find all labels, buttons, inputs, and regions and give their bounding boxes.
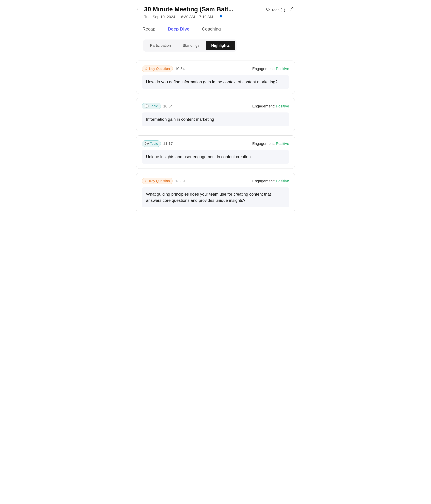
key-question-icon-1: ⏱ (145, 67, 148, 71)
card-content-1: How do you define information gain in th… (142, 75, 289, 89)
tab-recap[interactable]: Recap (136, 23, 162, 35)
timestamp-4: 13:39 (175, 179, 185, 183)
page-header: ← 30 Minute Meeting (Sam Balt... Tue, Se… (129, 0, 302, 23)
engagement-value-3: Positive (276, 141, 289, 146)
card-content-2: Information gain in content marketing (142, 112, 289, 126)
engagement-value-1: Positive (276, 67, 289, 71)
engagement-value-4: Positive (276, 179, 289, 183)
sub-tabs: Participation Standings Highlights (143, 39, 237, 52)
meeting-date: Tue, Sep 10, 2024 (144, 15, 175, 19)
card-header-left-3: 💬 Topic 11:17 (142, 140, 173, 147)
meeting-meta: Tue, Sep 10, 2024 | 6:30 AM – 7:19 AM | (144, 14, 233, 20)
google-meet-icon (219, 14, 224, 20)
engagement-3: Engagement: Positive (252, 141, 289, 146)
badge-topic-2: 💬 Topic (142, 103, 161, 109)
back-button[interactable]: ← (136, 6, 141, 12)
main-tabs: Recap Deep Dive Coaching (129, 23, 302, 35)
svg-point-3 (291, 8, 293, 9)
card-header-left-2: 💬 Topic 10:54 (142, 103, 173, 109)
card-content-3: Unique insights and user engagement in c… (142, 150, 289, 164)
person-icon[interactable] (290, 7, 295, 13)
card-header-left-1: ⏱ Key Question 10:54 (142, 65, 185, 72)
sub-tab-highlights[interactable]: Highlights (206, 41, 235, 50)
engagement-2: Engagement: Positive (252, 104, 289, 108)
highlight-card-2: 💬 Topic 10:54 Engagement: Positive Infor… (136, 98, 295, 131)
card-header-2: 💬 Topic 10:54 Engagement: Positive (142, 103, 289, 109)
engagement-1: Engagement: Positive (252, 67, 289, 71)
key-question-icon-4: ⏱ (145, 179, 148, 183)
badge-topic-3: 💬 Topic (142, 140, 161, 147)
highlight-card-1: ⏱ Key Question 10:54 Engagement: Positiv… (136, 61, 295, 94)
engagement-4: Engagement: Positive (252, 179, 289, 183)
badge-key-question-4: ⏱ Key Question (142, 178, 173, 184)
tag-icon (266, 7, 270, 13)
svg-rect-1 (220, 15, 222, 18)
header-left: ← 30 Minute Meeting (Sam Balt... Tue, Se… (136, 6, 233, 20)
sub-tab-standings[interactable]: Standings (177, 41, 205, 50)
meeting-time: 6:30 AM – 7:19 AM (181, 15, 213, 19)
topic-icon-2: 💬 (145, 104, 149, 108)
meta-separator-2: | (216, 15, 217, 19)
title-block: 30 Minute Meeting (Sam Balt... Tue, Sep … (144, 6, 233, 20)
meta-separator: | (177, 15, 179, 19)
highlight-card-4: ⏱ Key Question 13:39 Engagement: Positiv… (136, 173, 295, 212)
card-header-1: ⏱ Key Question 10:54 Engagement: Positiv… (142, 65, 289, 72)
sub-tab-participation[interactable]: Participation (144, 41, 176, 50)
timestamp-1: 10:54 (175, 67, 185, 71)
highlight-card-3: 💬 Topic 11:17 Engagement: Positive Uniqu… (136, 135, 295, 169)
tab-deep-dive[interactable]: Deep Dive (162, 23, 196, 35)
card-header-left-4: ⏱ Key Question 13:39 (142, 178, 185, 184)
header-right: Tags (1) (266, 6, 295, 13)
timestamp-2: 10:54 (163, 104, 173, 108)
highlights-list: ⏱ Key Question 10:54 Engagement: Positiv… (129, 61, 302, 212)
topic-icon-3: 💬 (145, 142, 149, 145)
tab-coaching[interactable]: Coaching (196, 23, 227, 35)
tags-label: Tags (1) (272, 8, 285, 12)
badge-key-question-1: ⏱ Key Question (142, 65, 173, 72)
page-title: 30 Minute Meeting (Sam Balt... (144, 6, 233, 13)
timestamp-3: 11:17 (163, 141, 173, 146)
card-header-3: 💬 Topic 11:17 Engagement: Positive (142, 140, 289, 147)
engagement-value-2: Positive (276, 104, 289, 108)
card-content-4: What guiding principles does your team u… (142, 187, 289, 207)
tags-button[interactable]: Tags (1) (266, 7, 285, 13)
card-header-4: ⏱ Key Question 13:39 Engagement: Positiv… (142, 178, 289, 184)
